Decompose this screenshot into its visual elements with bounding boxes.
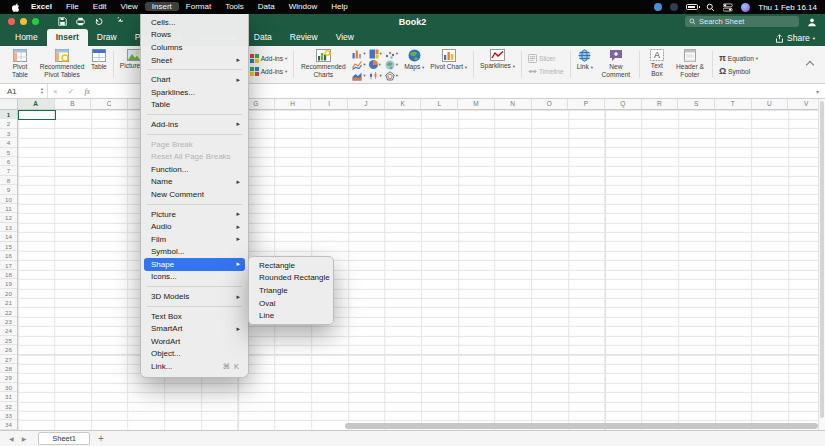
table-button[interactable]: Table	[88, 48, 110, 81]
column-header-u[interactable]: U	[752, 99, 789, 109]
menu-item-symbol[interactable]: Symbol...	[144, 246, 245, 259]
menubar-item-help[interactable]: Help	[324, 2, 354, 11]
row-header-2[interactable]: 2	[0, 119, 17, 128]
row-header-25[interactable]: 25	[0, 336, 17, 345]
account-person-icon[interactable]	[807, 17, 817, 27]
recommended-charts-button[interactable]: Recommended Charts	[297, 48, 349, 81]
maps-button[interactable]: Maps ▾	[401, 48, 427, 81]
redo-icon[interactable]	[113, 17, 123, 26]
row-header-21[interactable]: 21	[0, 298, 17, 307]
column-header-i[interactable]: I	[311, 99, 348, 109]
close-window-button[interactable]	[8, 18, 15, 25]
collapse-ribbon-icon[interactable]	[806, 60, 814, 68]
menu-item-table[interactable]: Table	[144, 99, 245, 112]
print-icon[interactable]	[76, 17, 85, 26]
menubar-item-file[interactable]: File	[59, 2, 86, 11]
column-header-s[interactable]: S	[678, 99, 715, 109]
spotlight-search-icon[interactable]	[706, 3, 715, 12]
menu-item-wordart[interactable]: WordArt	[144, 335, 245, 348]
row-header-11[interactable]: 11	[0, 204, 17, 213]
control-center-icon[interactable]	[723, 3, 733, 12]
menu-item-3d-models[interactable]: 3D Models▸	[144, 290, 245, 303]
row-header-19[interactable]: 19	[0, 279, 17, 288]
menu-item-object[interactable]: Object...	[144, 348, 245, 361]
row-header-8[interactable]: 8	[0, 176, 17, 185]
select-all-corner[interactable]	[0, 99, 18, 109]
column-header-m[interactable]: M	[458, 99, 495, 109]
sheet-tab-sheet1[interactable]: Sheet1	[38, 432, 90, 445]
menubar-item-edit[interactable]: Edit	[86, 2, 114, 11]
column-header-n[interactable]: N	[495, 99, 532, 109]
header-footer-button[interactable]: Header & Footer	[671, 48, 709, 81]
row-header-13[interactable]: 13	[0, 223, 17, 232]
row-header-12[interactable]: 12	[0, 213, 17, 222]
menu-item-chart[interactable]: Chart▸	[144, 73, 245, 86]
siri-icon[interactable]	[741, 3, 750, 12]
row-header-7[interactable]: 7	[0, 166, 17, 175]
column-header-k[interactable]: K	[385, 99, 422, 109]
row-header-9[interactable]: 9	[0, 185, 17, 194]
geo-chart-button[interactable]: ▾	[385, 60, 398, 70]
row-header-23[interactable]: 23	[0, 317, 17, 326]
submenu-item-rectangle[interactable]: Rectangle	[252, 259, 330, 272]
menu-item-audio[interactable]: Audio▸	[144, 220, 245, 233]
previous-sheet-icon[interactable]: ◀	[5, 435, 18, 442]
name-box[interactable]: A1 ▲▼	[0, 84, 48, 98]
submenu-item-rounded-rectangle[interactable]: Rounded Rectangle	[252, 272, 330, 285]
column-header-h[interactable]: H	[275, 99, 312, 109]
column-header-p[interactable]: P	[568, 99, 605, 109]
ribbon-tab-data[interactable]: Data	[245, 29, 281, 46]
menu-item-film[interactable]: Film▸	[144, 233, 245, 246]
row-header-30[interactable]: 30	[0, 383, 17, 392]
menubar-item-excel[interactable]: Excel	[24, 2, 59, 11]
row-header-29[interactable]: 29	[0, 373, 17, 382]
row-header-32[interactable]: 32	[0, 402, 17, 411]
menubar-item-window[interactable]: Window	[282, 2, 324, 11]
my-add-ins-button[interactable]: Add-ins▾	[250, 67, 288, 76]
selected-cell-a1[interactable]	[18, 110, 56, 120]
row-header-26[interactable]: 26	[0, 345, 17, 354]
enter-check-icon[interactable]: ✓	[63, 87, 80, 96]
column-header-q[interactable]: Q	[605, 99, 642, 109]
radar-chart-button[interactable]: ▾	[385, 71, 398, 81]
row-header-28[interactable]: 28	[0, 364, 17, 373]
battery-icon[interactable]	[686, 4, 698, 10]
row-header-18[interactable]: 18	[0, 270, 17, 279]
pivot-table-button[interactable]: Pivot Table	[4, 48, 36, 81]
submenu-item-oval[interactable]: Oval	[252, 297, 330, 310]
menubar-item-data[interactable]: Data	[251, 2, 282, 11]
row-header-22[interactable]: 22	[0, 308, 17, 317]
menu-item-smartart[interactable]: SmartArt▸	[144, 322, 245, 335]
menu-item-function[interactable]: Function...	[144, 163, 245, 176]
row-header-31[interactable]: 31	[0, 392, 17, 401]
column-chart-button[interactable]: ▾	[352, 49, 365, 59]
row-header-5[interactable]: 5	[0, 148, 17, 157]
zoom-window-button[interactable]	[32, 18, 39, 25]
pie-chart-button[interactable]: ▾	[369, 60, 382, 70]
column-header-l[interactable]: L	[421, 99, 458, 109]
apple-menu-icon[interactable]	[8, 2, 24, 12]
row-header-17[interactable]: 17	[0, 261, 17, 270]
line-chart-button[interactable]: ▾	[352, 60, 365, 70]
menu-item-icons[interactable]: Icons...	[144, 271, 245, 284]
sparklines-button[interactable]: Sparklines ▾	[477, 48, 518, 81]
ribbon-tab-draw[interactable]: Draw	[88, 29, 126, 46]
add-ins-button[interactable]: Add-ins▾	[250, 54, 288, 63]
ribbon-tab-review[interactable]: Review	[281, 29, 327, 46]
row-header-14[interactable]: 14	[0, 232, 17, 241]
submenu-item-line[interactable]: Line	[252, 309, 330, 322]
formula-bar-expand-icon[interactable]: ▾	[816, 88, 825, 95]
ribbon-tab-insert[interactable]: Insert	[47, 29, 88, 46]
ribbon-tab-home[interactable]: Home	[6, 29, 47, 46]
ribbon-tab-view[interactable]: View	[327, 29, 363, 46]
menubar-item-format[interactable]: Format	[179, 2, 218, 11]
row-header-15[interactable]: 15	[0, 242, 17, 251]
column-header-o[interactable]: O	[532, 99, 569, 109]
text-box-button[interactable]: A Text Box	[643, 48, 671, 81]
new-comment-button[interactable]: New Comment	[596, 48, 636, 81]
search-sheet-field[interactable]: Search Sheet	[685, 16, 799, 27]
menu-item-new-comment[interactable]: New Comment	[144, 188, 245, 201]
horizontal-scrollbar[interactable]	[345, 423, 818, 429]
row-header-1[interactable]: 1	[0, 110, 17, 119]
row-header-24[interactable]: 24	[0, 326, 17, 335]
